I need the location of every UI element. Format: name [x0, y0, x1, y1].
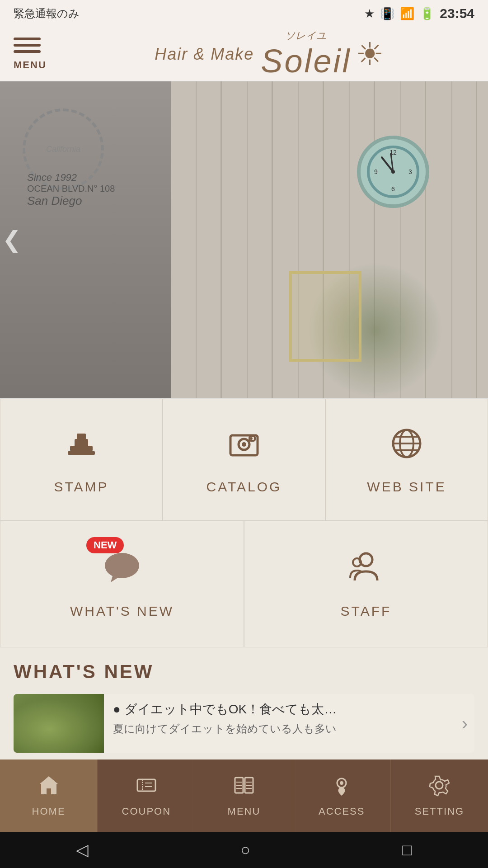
nav-setting-label: SETTING — [415, 806, 464, 817]
hero-nav-left[interactable]: ❮ — [2, 226, 21, 253]
logo-area: Hair & Make ソレイユ Soleil ☀ — [65, 29, 474, 80]
staff-icon — [348, 550, 384, 594]
stamp-button[interactable]: STAMP — [0, 399, 163, 521]
header: MENU Hair & Make ソレイユ Soleil ☀ — [0, 27, 488, 81]
nav-access-label: ACCESS — [319, 806, 365, 817]
nav-coupon-label: COUPON — [122, 806, 171, 817]
sun-icon: ☀ — [356, 36, 384, 73]
menu-book-icon — [233, 774, 255, 802]
battery-icon: 🔋 — [420, 7, 434, 21]
news-sub: 夏に向けてダイエットを始めている人も多い — [113, 722, 453, 736]
website-button[interactable]: WEB SITE — [325, 399, 488, 521]
news-item[interactable]: ● ダイエット中でもOK！食べても太… 夏に向けてダイエットを始めている人も多い… — [14, 694, 474, 753]
grid-menu-row2: NEW WHAT'S NEW STAFF — [0, 521, 488, 647]
hero-clock: 12 3 6 9 — [357, 136, 429, 208]
svg-rect-27 — [137, 779, 155, 791]
menu-label: MENU — [14, 59, 47, 71]
nav-menu[interactable]: MENU — [195, 760, 293, 832]
svg-rect-11 — [68, 451, 95, 455]
stamp-icon — [63, 425, 99, 470]
menu-button[interactable]: MENU — [14, 38, 47, 71]
android-back[interactable]: ◁ — [76, 840, 89, 859]
whatsnew-label: WHAT'S NEW — [70, 604, 174, 619]
website-label: WEB SITE — [367, 479, 446, 495]
nav-setting[interactable]: SETTING — [391, 760, 488, 832]
whatsnew-icon — [102, 550, 142, 594]
hero-image: California Since 1992 OCEAN BLVD.N° 108 … — [0, 81, 488, 398]
whats-new-title: WHAT'S NEW — [14, 661, 474, 683]
news-thumbnail — [14, 694, 104, 753]
status-left-text: 緊急通報のみ — [14, 6, 80, 21]
svg-point-14 — [242, 442, 246, 447]
whats-new-section: WHAT'S NEW ● ダイエット中でもOK！食べても太… 夏に向けてダイエッ… — [0, 647, 488, 766]
hero-text-block: Since 1992 OCEAN BLVD.N° 108 San Diego — [27, 172, 115, 208]
website-icon — [389, 425, 425, 470]
logo-subtitle: Hair & Make — [155, 45, 254, 64]
nav-home-label: HOME — [32, 806, 66, 817]
svg-text:9: 9 — [374, 168, 378, 175]
status-right: ★ 📳 📶 🔋 23:54 — [364, 6, 474, 21]
hero-bg: California Since 1992 OCEAN BLVD.N° 108 … — [0, 81, 488, 398]
news-headline: ● ダイエット中でもOK！食べても太… — [113, 701, 453, 718]
coupon-icon — [135, 774, 158, 802]
nav-home[interactable]: HOME — [0, 760, 98, 832]
hero-frame — [289, 271, 361, 362]
staff-button[interactable]: STAFF — [244, 521, 488, 647]
bottom-nav: HOME COUPON MENU — [0, 760, 488, 832]
catalog-button[interactable]: CATALOG — [163, 399, 325, 521]
android-nav: ◁ ○ □ — [0, 832, 488, 868]
svg-text:3: 3 — [408, 168, 412, 175]
hero-san-diego: San Diego — [27, 194, 115, 208]
svg-rect-10 — [77, 434, 86, 440]
nav-coupon[interactable]: COUPON — [98, 760, 195, 832]
wifi-icon: 📶 — [400, 7, 414, 21]
new-badge: NEW — [86, 537, 124, 553]
whatsnew-button[interactable]: NEW WHAT'S NEW — [0, 521, 244, 647]
svg-rect-9 — [75, 439, 88, 447]
bluetooth-icon: ★ — [364, 7, 375, 21]
vibrate-icon: 📳 — [380, 7, 394, 21]
status-bar: 緊急通報のみ ★ 📳 📶 🔋 23:54 — [0, 0, 488, 27]
svg-point-40 — [340, 781, 343, 785]
catalog-icon — [226, 425, 262, 470]
catalog-label: CATALOG — [206, 479, 282, 495]
nav-menu-label: MENU — [228, 806, 261, 817]
home-icon — [38, 774, 60, 802]
svg-point-16 — [250, 437, 253, 440]
access-icon — [330, 774, 353, 802]
svg-text:6: 6 — [391, 185, 395, 193]
staff-label: STAFF — [341, 604, 392, 619]
news-content: ● ダイエット中でもOK！食べても太… 夏に向けてダイエットを始めている人も多い — [113, 694, 453, 743]
hero-since: Since 1992 — [27, 172, 115, 184]
svg-point-22 — [105, 553, 139, 578]
logo-title: Soleil — [261, 42, 351, 80]
svg-marker-26 — [40, 776, 58, 794]
status-time: 23:54 — [440, 6, 474, 21]
android-home[interactable]: ○ — [240, 840, 250, 859]
hero-ocean: OCEAN BLVD.N° 108 — [27, 184, 115, 194]
android-recent[interactable]: □ — [402, 840, 412, 859]
nav-access[interactable]: ACCESS — [293, 760, 391, 832]
svg-point-41 — [436, 782, 443, 789]
setting-icon — [428, 774, 450, 802]
logo-katakana: ソレイユ — [285, 29, 327, 42]
news-arrow: › — [462, 713, 474, 734]
grid-menu-row1: STAMP CATALOG WEB SITE — [0, 398, 488, 521]
stamp-label: STAMP — [54, 479, 108, 495]
